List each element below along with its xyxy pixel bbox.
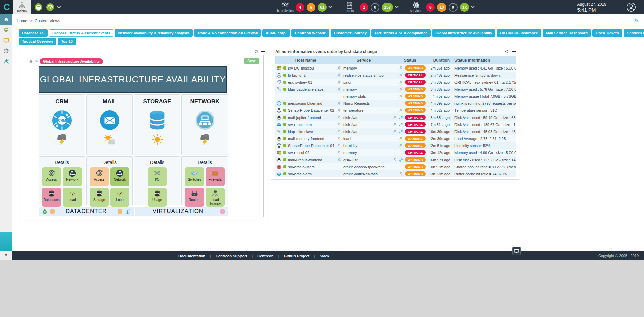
tab-centreon-website[interactable]: Centreon Website: [291, 29, 329, 37]
collapse-widget-icon[interactable]: [261, 51, 265, 52]
tab-hillmore-insurance[interactable]: HILLMORE Insurance: [497, 29, 541, 37]
host-name[interactable]: ldap-rilke-slave: [288, 130, 313, 134]
tab-customer-journey[interactable]: Customer Journey: [331, 29, 370, 37]
event-row[interactable]: srv-oracle-crmdisk-/varCRITICAL7m 51s ag…: [275, 121, 516, 128]
host-name[interactable]: mail-uranus-frontend: [288, 158, 322, 162]
footer-link-centreon[interactable]: Centreon: [253, 254, 278, 258]
detail-tile-databases[interactable]: Databases: [42, 188, 61, 207]
services-badge-red[interactable]: 8: [426, 3, 435, 12]
host-name[interactable]: SensorProbe-Datacenter-04: [288, 144, 334, 148]
service-name[interactable]: realservice-status-smtp5: [343, 73, 384, 77]
sidebar-item-monitoring[interactable]: [0, 25, 12, 35]
link-icon[interactable]: [399, 157, 404, 162]
refresh-icon[interactable]: [254, 49, 258, 54]
chevron-down-icon[interactable]: [57, 4, 61, 8]
hosts-badge-green[interactable]: 157: [382, 3, 393, 12]
home-icon[interactable]: [28, 59, 33, 64]
sidebar-item-home[interactable]: [0, 14, 12, 25]
chevron-down-icon[interactable]: [395, 4, 399, 8]
link-icon[interactable]: [399, 115, 404, 120]
detail-tile-firewalls[interactable]: Firewalls: [206, 167, 225, 186]
link-icon[interactable]: [399, 122, 404, 127]
service-name[interactable]: temperature: [343, 108, 363, 112]
hosts-menu[interactable]: hosts: [342, 2, 357, 13]
save-button[interactable]: Save: [244, 58, 259, 64]
centreon-logo[interactable]: C: [0, 0, 13, 14]
chevron-down-icon[interactable]: [471, 4, 474, 8]
tab-mail-service-dashboard[interactable]: Mail Service Dashboard: [543, 29, 591, 37]
tab-network-availability-reliability-analysis[interactable]: Network availability & reliability analy…: [115, 29, 193, 37]
event-row[interactable]: esx-sydney-01pingCRITICAL3m 30s agoCRITI…: [275, 79, 516, 86]
sidebar-item-configuration[interactable]: [0, 46, 12, 56]
tab-services-map[interactable]: Services map: [624, 29, 644, 37]
footer-link-slack[interactable]: Slack: [315, 254, 334, 258]
tab-open-tickets[interactable]: Open Tickets: [592, 29, 622, 37]
hosts-badge-red[interactable]: 1: [360, 3, 368, 12]
event-row[interactable]: lb-bip-idf-2realservice-status-smtp5CRIT…: [275, 72, 516, 79]
service-name[interactable]: Nginx-Requests: [343, 101, 370, 105]
event-row[interactable]: SensorProbe-Datacenter-02temperatureWARN…: [275, 107, 516, 114]
service-name[interactable]: disk-/var: [343, 123, 358, 127]
event-row[interactable]: srv-oracle-crmoracle-buffer-hit-ratioWAR…: [275, 170, 516, 177]
tab-acme-corp-[interactable]: ACME corp.: [262, 29, 290, 37]
tab-global-it-status-current-events[interactable]: Global IT status & current events: [49, 29, 113, 37]
detail-tile-network[interactable]: Network: [110, 167, 129, 186]
event-row[interactable]: srv-mssql-02memoryCRITICAL13m 12s agoMem…: [275, 149, 516, 156]
event-row[interactable]: srv-oracle-usersoracle-shared-spool-rati…: [275, 163, 516, 170]
event-row[interactable]: mail-jupiter-frontenddisk-/varCRITICAL5m…: [275, 114, 516, 121]
sidebar-item-reporting[interactable]: [0, 35, 12, 46]
service-name[interactable]: memory: [343, 151, 357, 155]
footer-link-documentation[interactable]: Documentation: [174, 254, 210, 258]
host-name[interactable]: lb-bip-idf-2: [288, 73, 306, 77]
services-badge-outline[interactable]: 0: [449, 3, 458, 12]
user-profile-icon[interactable]: [626, 2, 636, 12]
b-activities-badge-orange[interactable]: 6: [307, 3, 315, 12]
pollers-menu[interactable]: pollers: [13, 0, 31, 14]
tab-trafic-nb-connection-on-firewall[interactable]: Trafic & Nb connection on Firewall: [194, 29, 261, 37]
hosts-badge-outline[interactable]: 0: [371, 3, 379, 12]
event-row[interactable]: ldap-rilke-slavedisk-/varCRITICAL10m 39s…: [275, 128, 516, 135]
tab-top-10[interactable]: Top 10: [58, 38, 76, 45]
detail-tile-load-balancer[interactable]: Load Balancer: [206, 188, 225, 207]
detail-tile-i-o[interactable]: I/O: [148, 167, 167, 186]
host-name[interactable]: mail-jupiter-frontend: [288, 116, 321, 120]
sidebar-collapse-button[interactable]: »: [0, 252, 12, 257]
service-name[interactable]: memory: [343, 66, 357, 70]
service-name[interactable]: disk-/var: [343, 130, 358, 134]
footer-link-github-project[interactable]: Github Project: [279, 254, 314, 258]
detail-tile-usage[interactable]: Usage: [148, 188, 167, 207]
breadcrumb-current[interactable]: Custom Views: [35, 19, 60, 24]
service-name[interactable]: memory: [343, 87, 357, 91]
breadcrumb-home[interactable]: Home: [17, 19, 28, 24]
event-row[interactable]: mail-mercury-frontendloadWARNING12m 39s …: [275, 135, 516, 142]
tab-erp-status-sla-compliance[interactable]: ERP status & SLA compliance: [371, 29, 431, 37]
chevron-down-icon[interactable]: [329, 4, 332, 8]
sidebar-item-administration[interactable]: [0, 56, 12, 66]
services-badge-orange[interactable]: 10: [437, 3, 446, 12]
poller-latency-icon[interactable]: [46, 3, 54, 11]
tab-tactical-overview[interactable]: Tactical Overview: [19, 38, 56, 45]
host-name[interactable]: messaging-bluemind: [288, 101, 322, 105]
detail-tile-network[interactable]: Network: [63, 167, 82, 186]
link-icon[interactable]: [399, 129, 404, 134]
host-name[interactable]: esx-sydney-01: [288, 80, 312, 84]
host-name[interactable]: srv-DC-moscou: [288, 66, 314, 70]
refresh-icon[interactable]: [505, 49, 509, 54]
host-name[interactable]: srv-oracle-users: [288, 165, 315, 169]
tab-database-fs[interactable]: Database FS: [19, 29, 48, 37]
service-name[interactable]: load: [343, 137, 351, 141]
host-name[interactable]: mail-mercury-frontend: [288, 137, 324, 141]
service-name[interactable]: disk-/usr: [343, 158, 358, 162]
services-badge-green[interactable]: 1k: [460, 3, 469, 12]
service-name[interactable]: memory-stats: [343, 94, 366, 98]
event-row[interactable]: mail-uranus-frontenddisk-/usrWARNING16m …: [275, 156, 516, 163]
tab-global-infrastructure-availability[interactable]: Global Infrastructure Availability: [432, 29, 495, 37]
service-name[interactable]: humidity: [343, 144, 357, 148]
detail-tile-storage[interactable]: Storage: [90, 188, 109, 207]
detail-tile-access[interactable]: Access: [42, 167, 61, 186]
poller-database-icon[interactable]: [34, 3, 43, 11]
host-name[interactable]: srv-oracle-crm: [288, 123, 312, 127]
host-name[interactable]: SensorProbe-Datacenter-02: [288, 108, 334, 112]
service-name[interactable]: ping: [343, 80, 351, 84]
detail-tile-access[interactable]: Access: [90, 167, 109, 186]
